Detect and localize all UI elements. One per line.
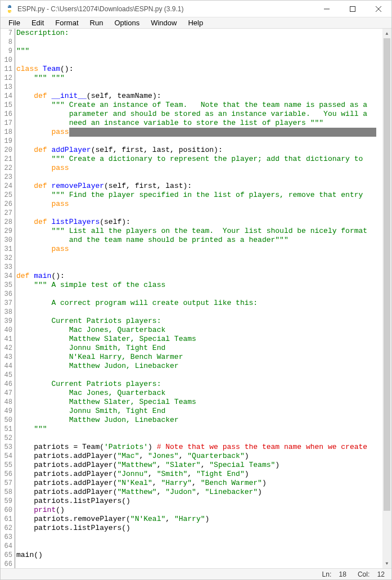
menu-edit[interactable]: Edit (26, 17, 49, 28)
code-line[interactable]: Description: (16, 29, 391, 38)
code-line[interactable]: def addPlayer(self, first, last, positio… (16, 146, 391, 155)
line-number: 19 (1, 137, 12, 146)
code-line[interactable] (16, 434, 391, 443)
line-number: 18 (1, 128, 12, 137)
code-line[interactable]: Matthew Judon, Linebacker (16, 362, 391, 371)
close-button[interactable] (366, 1, 391, 17)
code-line[interactable]: print() (16, 506, 391, 515)
code-line[interactable]: patriots.addPlayer("Mac", "Jones", "Quar… (16, 452, 391, 461)
code-line[interactable] (16, 290, 391, 299)
code-line[interactable]: Mac Jones, Quarterback (16, 326, 391, 335)
line-number: 64 (1, 542, 12, 551)
line-number: 31 (1, 245, 12, 254)
code-line[interactable]: """ A simple test of the class (16, 281, 391, 290)
line-number: 27 (1, 209, 12, 218)
maximize-button[interactable] (340, 1, 366, 17)
code-line[interactable]: patriots.addPlayer("Matthew", "Judon", "… (16, 488, 391, 497)
code-line[interactable] (16, 56, 391, 65)
line-number: 48 (1, 398, 12, 407)
code-line[interactable]: Jonnu Smith, Tight End (16, 407, 391, 416)
code-line[interactable]: def __init__(self, teamName): (16, 92, 391, 101)
code-line[interactable]: def main(): (16, 272, 391, 281)
scroll-thumb[interactable] (384, 38, 390, 511)
line-number: 13 (1, 83, 12, 92)
code-line[interactable]: """ (16, 47, 391, 56)
svg-point-1 (10, 11, 11, 12)
code-line[interactable]: patriots.listPlayers() (16, 524, 391, 533)
scroll-down-arrow[interactable]: ▼ (382, 559, 391, 568)
code-line[interactable] (16, 308, 391, 317)
line-number: 53 (1, 443, 12, 452)
code-line[interactable]: Mac Jones, Quarterback (16, 389, 391, 398)
code-line[interactable]: A correct program will create output lik… (16, 299, 391, 308)
code-line[interactable]: Current Patriots players: (16, 380, 391, 389)
code-line[interactable] (16, 254, 391, 263)
code-line[interactable]: patriots = Team('Patriots') # Note that … (16, 443, 391, 452)
line-number: 50 (1, 416, 12, 425)
code-line[interactable]: """ """ (16, 74, 391, 83)
vertical-scrollbar[interactable]: ▲ ▼ (382, 29, 391, 568)
code-line[interactable]: Current Patriots players: (16, 317, 391, 326)
line-number: 21 (1, 155, 12, 164)
menu-run[interactable]: Run (84, 17, 109, 28)
line-number: 57 (1, 479, 12, 488)
window-titlebar: ESPN.py - C:\Users\12074\Downloads\ESPN.… (1, 1, 391, 17)
code-line[interactable]: """ Create a dictionary to represent the… (16, 155, 391, 164)
svg-rect-3 (350, 6, 355, 11)
code-line[interactable] (16, 542, 391, 551)
line-number: 65 (1, 551, 12, 560)
menu-format[interactable]: Format (49, 17, 84, 28)
code-line[interactable]: parameter and should be stored as an ins… (16, 110, 391, 119)
code-line[interactable]: """ (16, 425, 391, 434)
code-line[interactable]: pass (16, 164, 391, 173)
code-line[interactable]: patriots.addPlayer("Jonnu", "Smith", "Ti… (16, 470, 391, 479)
status-col: Col: 12 (352, 570, 385, 578)
line-number: 26 (1, 200, 12, 209)
code-line[interactable]: Jonnu Smith, Tight End (16, 344, 391, 353)
line-number: 36 (1, 290, 12, 299)
code-line[interactable]: pass (16, 128, 391, 137)
code-line[interactable]: def listPlayers(self): (16, 218, 391, 227)
code-line[interactable] (16, 371, 391, 380)
minimize-button[interactable] (314, 1, 340, 17)
code-line[interactable]: main() (16, 551, 391, 560)
code-text-area[interactable]: Description: """ class Team(): """ """ d… (15, 29, 391, 568)
line-number: 22 (1, 164, 12, 173)
code-line[interactable]: """ Find the player specified in the lis… (16, 191, 391, 200)
code-line[interactable]: class Team(): (16, 65, 391, 74)
code-line[interactable]: patriots.removePlayer("N'Keal", "Harry") (16, 515, 391, 524)
code-line[interactable] (16, 83, 391, 92)
code-line[interactable]: Matthew Slater, Special Teams (16, 335, 391, 344)
code-line[interactable] (16, 533, 391, 542)
editor-area[interactable]: 7891011121314151617181920212223242526272… (1, 29, 391, 568)
code-line[interactable] (16, 137, 391, 146)
menu-window[interactable]: Window (145, 17, 182, 28)
menu-options[interactable]: Options (109, 17, 145, 28)
line-number: 55 (1, 461, 12, 470)
code-line[interactable]: patriots.listPlayers() (16, 497, 391, 506)
line-number: 29 (1, 227, 12, 236)
code-line[interactable]: patriots.addPlayer("Matthew", "Slater", … (16, 461, 391, 470)
code-line[interactable]: def removePlayer(self, first, last): (16, 182, 391, 191)
code-line[interactable]: """ Create an instance of Team. Note tha… (16, 101, 391, 110)
code-line[interactable] (16, 560, 391, 568)
code-line[interactable] (16, 263, 391, 272)
line-number: 38 (1, 308, 12, 317)
menu-file[interactable]: File (3, 17, 26, 28)
code-line[interactable]: pass (16, 245, 391, 254)
code-line[interactable] (16, 38, 391, 47)
code-line[interactable] (16, 173, 391, 182)
scroll-up-arrow[interactable]: ▲ (382, 29, 391, 38)
code-line[interactable]: """ List all the players on the team. Yo… (16, 227, 391, 236)
line-number: 54 (1, 452, 12, 461)
code-line[interactable]: patriots.addPlayer("N'Keal", "Harry", "B… (16, 479, 391, 488)
code-line[interactable]: Matthew Slater, Special Teams (16, 398, 391, 407)
code-line[interactable]: Matthew Judon, Linebacker (16, 416, 391, 425)
code-line[interactable] (16, 209, 391, 218)
code-line[interactable]: need an instance variable to store the l… (16, 119, 391, 128)
line-number: 28 (1, 218, 12, 227)
code-line[interactable]: and the team name should be printed as a… (16, 236, 391, 245)
code-line[interactable]: N'Keal Harry, Bench Warmer (16, 353, 391, 362)
code-line[interactable]: pass (16, 200, 391, 209)
menu-help[interactable]: Help (182, 17, 209, 28)
